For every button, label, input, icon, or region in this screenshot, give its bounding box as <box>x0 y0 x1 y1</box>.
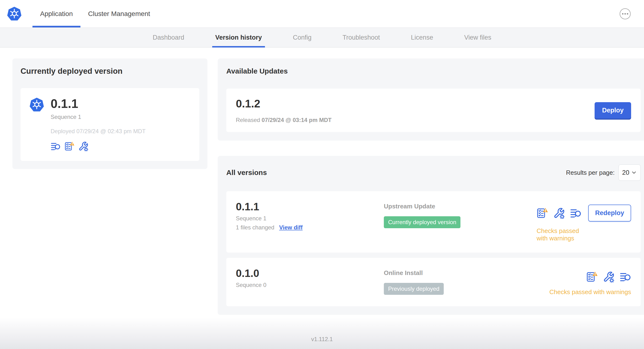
current-version-deployed-date: Deployed 07/29/24 @ 02:43 pm MDT <box>50 128 146 135</box>
checks-status-text: Checks passed with warnings <box>550 288 631 296</box>
row-sequence: Sequence 0 <box>236 282 384 288</box>
primary-tabs: Application Cluster Management <box>32 0 158 28</box>
available-updates-panel: Available Updates 0.1.2 Released 07/29/2… <box>218 58 644 140</box>
released-date: 07/29/24 @ 03:14 pm MDT <box>262 117 332 123</box>
version-row-0-1-1: 0.1.1 Sequence 1 1 files changed View di… <box>226 191 641 252</box>
deploy-button[interactable]: Deploy <box>594 102 631 119</box>
currently-deployed-panel: Currently deployed version <box>12 58 208 169</box>
results-per-page-value: 20 <box>622 169 629 176</box>
tab-dashboard[interactable]: Dashboard <box>137 28 200 47</box>
results-per-page-label: Results per page: <box>566 169 615 176</box>
preflight-checklist-icon[interactable] <box>536 208 548 219</box>
results-per-page-select[interactable]: 20 <box>618 164 641 181</box>
update-released-date: Released 07/29/24 @ 03:14 pm MDT <box>236 117 332 124</box>
redeploy-button[interactable]: Redeploy <box>588 204 631 222</box>
row-version-number: 0.1.1 <box>236 201 384 212</box>
kubernetes-logo <box>7 0 22 28</box>
app-footer: v1.112.1 <box>0 318 644 349</box>
available-updates-title: Available Updates <box>226 67 641 75</box>
current-version-number: 0.1.1 <box>50 97 146 110</box>
all-versions-panel: All versions Results per page: 20 0.1.1 … <box>218 156 644 315</box>
row-source-label: Online Install <box>384 269 423 277</box>
logs-search-icon[interactable] <box>570 208 582 219</box>
console-version: v1.112.1 <box>311 336 333 342</box>
previously-deployed-badge: Previously deployed <box>384 283 444 295</box>
currently-deployed-badge: Currently deployed version <box>384 216 460 228</box>
kubernetes-app-icon <box>29 97 44 151</box>
tab-application[interactable]: Application <box>32 0 80 28</box>
tab-license[interactable]: License <box>396 28 449 47</box>
app-subnav: Dashboard Version history Config Trouble… <box>0 28 644 48</box>
row-sequence: Sequence 1 <box>236 215 384 222</box>
tab-config[interactable]: Config <box>277 28 327 47</box>
more-menu-button[interactable] <box>620 8 631 19</box>
logs-search-icon[interactable] <box>620 271 631 283</box>
tab-view-files[interactable]: View files <box>449 28 507 47</box>
row-version-number: 0.1.0 <box>236 268 384 279</box>
version-row-0-1-0: 0.1.0 Sequence 0 Online Install Previous… <box>226 258 641 306</box>
checks-status-text: Checks passed with warnings <box>536 227 583 242</box>
currently-deployed-title: Currently deployed version <box>20 66 199 76</box>
chevron-down-icon <box>631 170 637 176</box>
current-version-sequence: Sequence 1 <box>50 114 146 120</box>
update-version-number: 0.1.2 <box>236 97 332 110</box>
tab-cluster-management[interactable]: Cluster Management <box>80 0 158 28</box>
main-content: Currently deployed version <box>0 48 644 318</box>
view-diff-link[interactable]: View diff <box>279 224 302 231</box>
preflight-checklist-icon[interactable] <box>64 141 74 151</box>
tab-troubleshoot[interactable]: Troubleshoot <box>327 28 396 47</box>
wrench-gear-icon[interactable] <box>603 271 614 283</box>
files-changed-label: 1 files changed <box>236 224 274 231</box>
all-versions-title: All versions <box>226 168 267 177</box>
preflight-checklist-icon[interactable] <box>586 271 598 283</box>
released-prefix: Released <box>236 117 260 123</box>
row-source-label: Upstream Update <box>384 203 435 210</box>
currently-deployed-card: 0.1.1 Sequence 1 Deployed 07/29/24 @ 02:… <box>20 88 199 161</box>
tab-version-history[interactable]: Version history <box>200 28 277 47</box>
logs-search-icon[interactable] <box>50 141 61 151</box>
top-bar: Application Cluster Management <box>0 0 644 28</box>
available-update-card: 0.1.2 Released 07/29/24 @ 03:14 pm MDT D… <box>226 88 641 132</box>
wrench-gear-icon[interactable] <box>78 141 88 151</box>
wrench-gear-icon[interactable] <box>553 208 565 219</box>
